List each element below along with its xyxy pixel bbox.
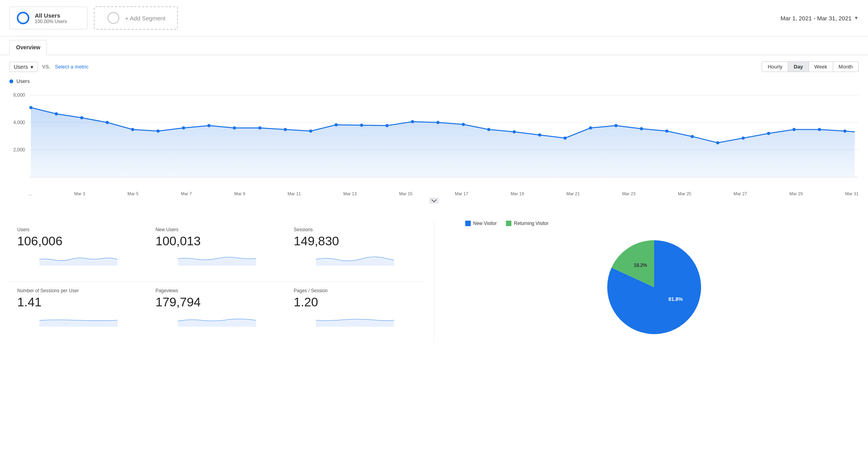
legend-returning-visitor-label: Returning Visitor: [514, 221, 549, 226]
date-range-picker[interactable]: Mar 1, 2021 - Mar 31, 2021 ▼: [780, 15, 859, 22]
x-label-8: Mar 17: [455, 191, 468, 196]
svg-point-19: [284, 128, 287, 131]
line-chart-svg: 6,000 4,000 2,000: [9, 87, 859, 189]
svg-point-32: [614, 124, 617, 127]
legend-new-visitor-icon: [465, 221, 471, 226]
mini-chart-sessions-per-user: [17, 313, 140, 327]
svg-text:6,000: 6,000: [13, 92, 25, 98]
x-label-2: Mar 5: [127, 191, 138, 196]
granularity-day[interactable]: Day: [788, 61, 809, 72]
legend-returning-visitor-icon: [506, 221, 511, 226]
pie-chart-container: 81.8% 18.2%: [599, 232, 709, 342]
x-label-10: Mar 21: [567, 191, 580, 196]
svg-point-40: [818, 128, 821, 131]
x-label-0: ...: [28, 191, 32, 196]
x-label-3: Mar 7: [181, 191, 192, 196]
svg-point-36: [716, 141, 719, 144]
metric-value-sessions-per-user: 1.41: [17, 295, 140, 309]
svg-point-28: [513, 130, 516, 133]
metrics-grid: Users 106,006 New Users 100,013 Sessions…: [0, 211, 868, 351]
svg-point-15: [182, 126, 185, 129]
metric-dropdown[interactable]: Users ▾: [9, 62, 38, 72]
svg-point-12: [106, 121, 109, 124]
svg-point-14: [156, 129, 160, 133]
chart-controls: Users ▾ VS. Select a metric Hourly Day W…: [9, 61, 859, 72]
svg-point-27: [487, 128, 490, 131]
legend-returning-visitor: Returning Visitor: [506, 221, 549, 226]
chart-container: 6,000 4,000 2,000: [9, 87, 859, 189]
svg-point-11: [80, 116, 83, 119]
svg-point-24: [411, 120, 414, 123]
svg-point-34: [665, 129, 669, 133]
svg-text:2,000: 2,000: [13, 147, 25, 153]
tab-overview[interactable]: Overview: [9, 40, 47, 55]
chevron-down-icon: [429, 198, 439, 204]
chart-section: Users ▾ VS. Select a metric Hourly Day W…: [0, 55, 868, 211]
granularity-hourly[interactable]: Hourly: [762, 61, 788, 72]
top-bar: All Users 100.00% Users + Add Segment Ma…: [0, 0, 868, 36]
x-label-5: Mar 11: [287, 191, 301, 196]
chart-scroll-chevron[interactable]: [9, 198, 859, 205]
svg-rect-43: [465, 221, 471, 226]
dropdown-arrow-icon: ▾: [30, 64, 33, 70]
time-granularity: Hourly Day Week Month: [762, 61, 859, 72]
svg-point-33: [640, 127, 643, 130]
mini-chart-new-users: [156, 252, 278, 266]
chart-dot-icon: [9, 79, 13, 83]
svg-point-25: [436, 121, 439, 124]
metric-value-pages-per-session: 1.20: [294, 295, 416, 309]
segment-info: All Users 100.00% Users: [35, 12, 67, 24]
metric-card-new-users: New Users 100,013: [148, 221, 286, 282]
x-label-11: Mar 23: [622, 191, 635, 196]
svg-point-38: [767, 132, 770, 135]
svg-point-1: [108, 13, 119, 23]
metric-card-pages-per-session: Pages / Session 1.20: [286, 282, 424, 342]
svg-point-37: [742, 137, 745, 140]
metric-label-pageviews: Pageviews: [156, 288, 278, 293]
granularity-month[interactable]: Month: [833, 61, 859, 72]
granularity-week[interactable]: Week: [809, 61, 833, 72]
svg-point-35: [691, 135, 694, 138]
segment-circle-icon: [16, 11, 30, 25]
mini-chart-pages-per-session: [294, 313, 416, 327]
x-label-4: Mar 9: [234, 191, 245, 196]
metric-label-pages-per-session: Pages / Session: [294, 288, 416, 293]
select-metric-link[interactable]: Select a metric: [55, 64, 89, 70]
x-label-12: Mar 25: [678, 191, 691, 196]
x-label-13: Mar 27: [733, 191, 747, 196]
svg-point-20: [309, 129, 312, 133]
add-segment-button[interactable]: + Add Segment: [94, 6, 178, 30]
svg-point-29: [538, 133, 541, 137]
all-users-segment[interactable]: All Users 100.00% Users: [9, 7, 88, 29]
x-label-1: Mar 3: [74, 191, 85, 196]
chart-series-label: Users: [9, 78, 859, 84]
svg-point-9: [29, 106, 32, 109]
legend-new-visitor-label: New Visitor: [473, 221, 497, 226]
metric-label: Users: [14, 64, 28, 70]
vs-label: VS.: [42, 64, 50, 70]
metrics-right: New Visitor Returning Visitor: [434, 221, 859, 342]
x-label-9: Mar 19: [511, 191, 524, 196]
add-segment-label: + Add Segment: [125, 15, 165, 22]
chart-x-axis: ... Mar 3 Mar 5 Mar 7 Mar 9 Mar 11 Mar 1…: [9, 189, 859, 196]
x-label-14: Mar 29: [789, 191, 803, 196]
metric-value-new-users: 100,013: [156, 234, 278, 248]
svg-point-18: [258, 126, 262, 129]
metric-card-users: Users 106,006: [9, 221, 148, 282]
date-range-arrow-icon: ▼: [854, 15, 859, 21]
svg-point-31: [589, 126, 592, 129]
add-segment-circle-icon: [106, 11, 120, 25]
svg-point-0: [18, 13, 29, 23]
svg-text:4,000: 4,000: [13, 120, 25, 125]
metric-label-users: Users: [17, 227, 140, 232]
pie-returning-visitor-pct: 18.2%: [634, 263, 647, 268]
date-range-text: Mar 1, 2021 - Mar 31, 2021: [780, 15, 852, 22]
metric-label-sessions: Sessions: [294, 227, 416, 232]
chart-legend: New Visitor Returning Visitor: [465, 221, 549, 226]
svg-rect-44: [506, 221, 511, 226]
metric-value-users: 106,006: [17, 234, 140, 248]
metric-selector: Users ▾ VS. Select a metric: [9, 62, 89, 72]
pie-chart-svg: 81.8% 18.2%: [599, 232, 709, 342]
svg-point-16: [207, 124, 210, 127]
segment-title: All Users: [35, 12, 67, 19]
